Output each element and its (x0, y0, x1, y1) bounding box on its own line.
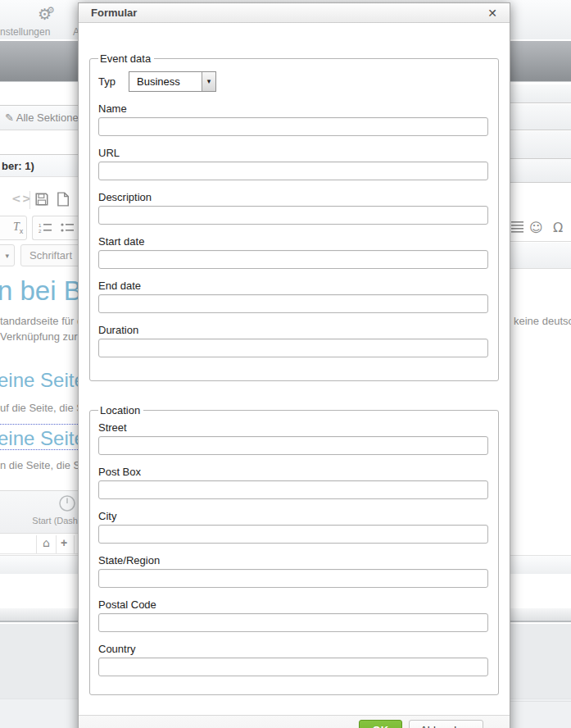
settings-menu-label[interactable]: nstellungen (0, 26, 50, 38)
postal-code-label: Postal Code (98, 598, 488, 611)
numbered-list-icon[interactable]: 12 (39, 222, 52, 237)
paragraph-right: keine deutsch (514, 315, 571, 327)
svg-text:2: 2 (39, 229, 42, 234)
tab-separator (36, 535, 37, 553)
cancel-button[interactable]: Abbrechen (409, 720, 483, 728)
form-field: URL (98, 147, 488, 180)
url-input[interactable] (98, 162, 488, 180)
dialog-body: Event data Typ Business ▾ Name URL (79, 23, 510, 695)
country-input[interactable] (98, 657, 488, 676)
form-field: Start date (98, 235, 488, 269)
justify-icon[interactable] (511, 221, 523, 236)
start-date-input[interactable] (98, 250, 488, 269)
description-input[interactable] (98, 206, 488, 225)
name-label: Name (98, 102, 488, 115)
dashboard-gauge-icon (58, 494, 76, 516)
dashboard-tab-label: Start (Dash (32, 516, 78, 526)
remove-format-icon: Tx (13, 220, 23, 235)
tab-separator (56, 535, 57, 553)
form-field: Description (98, 191, 488, 225)
location-legend: Location (98, 404, 143, 416)
editor-toolbar-right: ☺ Ω (510, 215, 571, 242)
right-panel-band (510, 104, 571, 130)
paragraph-1: tandardseite für d (0, 315, 83, 327)
paragraph-3: uf die Seite, die S (0, 402, 84, 414)
end-date-input[interactable] (98, 294, 488, 313)
dialog-title-bar: Formular ✕ (79, 3, 510, 23)
form-field: Name (98, 102, 488, 136)
home-icon[interactable]: ⌂ (43, 536, 50, 549)
smiley-icon[interactable]: ☺ (529, 220, 543, 235)
toolbar-separator (29, 191, 30, 209)
editor-toolbar-row1: <> (0, 189, 78, 212)
post-box-label: Post Box (98, 466, 488, 478)
font-dropdown-label: Schriftart (29, 249, 72, 262)
state-region-label: State/Region (98, 554, 488, 566)
page-heading-1: n bei Bl (0, 275, 88, 307)
duration-label: Duration (98, 324, 488, 336)
dialog-title: Formular (79, 3, 510, 23)
url-label: URL (98, 147, 488, 159)
form-field: State/Region (98, 554, 488, 588)
new-document-icon[interactable] (56, 192, 70, 210)
form-field: Post Box (98, 466, 488, 499)
page-heading-2: eine Seite (0, 369, 85, 392)
form-field: City (98, 510, 488, 544)
style-dropdown[interactable]: ▾ (0, 244, 15, 266)
tab-separator (74, 535, 75, 553)
editor-toolbar-row2: Tx 12 (0, 216, 78, 241)
state-region-input[interactable] (98, 569, 488, 588)
post-box-input[interactable] (98, 480, 488, 499)
dashboard-tab[interactable]: Start (Dash (0, 490, 78, 533)
location-fieldset: Location Street Post Box City State/Regi… (89, 404, 499, 695)
end-date-label: End date (98, 280, 488, 292)
form-field: Street (98, 421, 488, 455)
ok-button[interactable]: OK (359, 720, 403, 728)
tab-bar: ⌂ + (0, 533, 78, 554)
street-label: Street (98, 421, 488, 434)
save-icon[interactable] (34, 192, 49, 210)
omega-icon[interactable]: Ω (553, 220, 563, 235)
add-tab-icon[interactable]: + (61, 536, 67, 549)
formular-dialog: Formular ✕ Event data Typ Business ▾ Nam… (78, 2, 510, 728)
paragraph-2: Verknüpfung zur e (0, 330, 87, 343)
screen: ⚙⚙ nstellungen A ✎ Alle Sektionen v ber:… (0, 0, 571, 728)
street-input[interactable] (98, 436, 488, 455)
right-panel-band (510, 160, 571, 183)
svg-text:1: 1 (39, 223, 42, 228)
bullet-list-icon[interactable] (61, 222, 74, 237)
pencil-icon: ✎ (5, 111, 14, 124)
close-icon[interactable]: ✕ (487, 3, 497, 23)
form-field: End date (98, 280, 488, 313)
settings-gears-icon[interactable]: ⚙⚙ (38, 5, 60, 23)
description-label: Description (98, 191, 488, 203)
start-date-label: Start date (98, 235, 488, 248)
form-field: Postal Code (98, 598, 488, 632)
counter-label: ber: 1) (2, 160, 34, 172)
typ-field-row: Typ Business ▾ (98, 71, 488, 92)
form-field: Duration (98, 324, 488, 357)
selected-heading-wrap: eine Seite? (0, 424, 78, 450)
typ-select[interactable]: Business ▾ (129, 71, 216, 92)
postal-code-input[interactable] (98, 613, 488, 632)
editor-toolbar-row3: ▾ Schriftart (0, 244, 78, 267)
city-input[interactable] (98, 525, 488, 544)
font-dropdown[interactable]: Schriftart (20, 244, 86, 266)
select-arrow-icon[interactable]: ▾ (202, 72, 215, 91)
form-field: Country (98, 643, 488, 676)
country-label: Country (98, 643, 488, 655)
name-input[interactable] (98, 117, 488, 136)
right-panel-band (510, 243, 571, 269)
right-footer-gray (510, 701, 571, 728)
event-data-legend: Event data (98, 52, 154, 65)
dialog-footer: OK Abbrechen (79, 715, 510, 728)
city-label: City (98, 510, 488, 522)
right-panel-band (510, 84, 571, 103)
duration-input[interactable] (98, 339, 488, 357)
event-data-fieldset: Event data Typ Business ▾ Name URL (89, 52, 499, 381)
typ-label: Typ (98, 75, 129, 88)
typ-select-value: Business (129, 72, 202, 91)
right-panel-band (510, 131, 571, 159)
paragraph-4: n die Seite, die S (0, 459, 80, 471)
